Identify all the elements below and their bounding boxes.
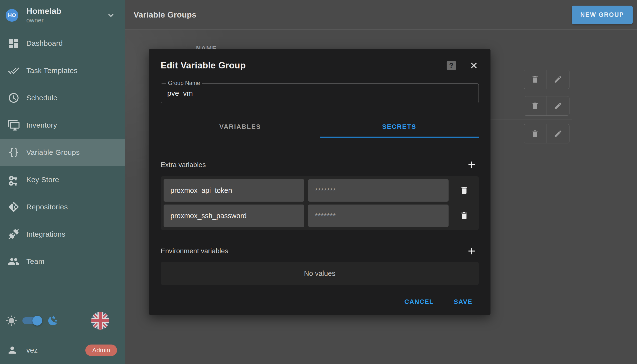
table-row-actions (524, 96, 569, 116)
trash-icon (531, 102, 539, 110)
delete-group-button[interactable] (524, 96, 547, 116)
dashboard-icon (8, 38, 20, 49)
secret-variable-row (164, 204, 476, 227)
uk-flag-icon[interactable] (91, 312, 109, 330)
project-name: Homelab (26, 6, 61, 16)
check-all-icon (8, 65, 20, 76)
edit-group-button[interactable] (547, 124, 569, 143)
pencil-icon (554, 129, 562, 138)
chevron-down-icon[interactable] (106, 10, 116, 20)
topbar: Variable Groups NEW GROUP (125, 0, 637, 30)
dialog-title: Edit Variable Group (161, 60, 246, 70)
project-role: owner (26, 16, 61, 24)
cancel-button[interactable]: CANCEL (398, 294, 440, 309)
app-root: HO Homelab owner Dashboard Task Template… (0, 0, 637, 364)
trash-icon (460, 186, 469, 195)
page-title: Variable Groups (134, 10, 196, 20)
pencil-icon (554, 102, 562, 110)
add-extra-variable-button[interactable] (466, 159, 477, 170)
variable-value-input[interactable] (308, 179, 449, 202)
delete-variable-button[interactable] (453, 179, 476, 202)
sidebar-item-integrations[interactable]: Integrations (0, 220, 125, 248)
theme-row (0, 312, 125, 330)
trash-icon (460, 211, 469, 220)
plus-icon (466, 246, 477, 257)
edit-group-button[interactable] (547, 96, 569, 116)
plus-icon (466, 159, 477, 170)
help-button[interactable]: ? (447, 61, 456, 70)
monitor-multiple-icon (8, 119, 20, 131)
environment-variables-label: Environment variables (161, 247, 228, 255)
user-name: vez (26, 346, 38, 354)
sidebar-item-team[interactable]: Team (0, 248, 125, 275)
git-icon (8, 201, 20, 213)
pencil-icon (554, 75, 562, 84)
variable-value-input[interactable] (308, 204, 449, 227)
keys-icon (8, 174, 20, 186)
team-icon (8, 256, 20, 267)
edit-variable-group-dialog: Edit Variable Group ? Group Name VARIABL… (149, 49, 491, 315)
delete-variable-button[interactable] (453, 204, 476, 227)
sidebar-item-schedule[interactable]: Schedule (0, 84, 125, 112)
sidebar-item-key-store[interactable]: Key Store (0, 166, 125, 193)
project-avatar: HO (6, 9, 18, 22)
variable-name-input[interactable] (164, 204, 304, 227)
extra-variables-label: Extra variables (161, 161, 206, 169)
sidebar-item-task-templates[interactable]: Task Templates (0, 57, 125, 84)
sidebar-menu: Dashboard Task Templates Schedule Invent… (0, 30, 125, 275)
project-switcher[interactable]: HO Homelab owner (0, 6, 125, 24)
sidebar-item-repositories[interactable]: Repositories (0, 193, 125, 220)
group-name-input[interactable] (161, 84, 479, 103)
connection-icon (8, 228, 20, 240)
dialog-tabs: VARIABLES SECRETS (161, 116, 479, 137)
sun-icon (6, 315, 17, 326)
delete-group-button[interactable] (524, 124, 547, 143)
close-button[interactable] (469, 61, 479, 70)
user-row[interactable]: vez Admin (0, 341, 125, 360)
group-name-field: Group Name (161, 83, 479, 103)
trash-icon (531, 75, 539, 84)
sidebar-item-dashboard[interactable]: Dashboard (0, 30, 125, 57)
tab-secrets[interactable]: SECRETS (320, 116, 479, 137)
code-braces-icon (8, 146, 20, 158)
trash-icon (531, 129, 539, 138)
extra-variables-list (161, 176, 479, 230)
admin-badge: Admin (85, 344, 117, 356)
clock-icon (8, 92, 20, 104)
edit-group-button[interactable] (547, 70, 569, 89)
sidebar-item-variable-groups[interactable]: Variable Groups (0, 139, 125, 166)
theme-toggle[interactable] (23, 317, 42, 324)
active-tab-indicator (320, 136, 479, 138)
sidebar: HO Homelab owner Dashboard Task Template… (0, 0, 125, 364)
table-row-actions (524, 70, 569, 89)
variable-name-input[interactable] (164, 179, 304, 202)
tab-variables[interactable]: VARIABLES (161, 116, 320, 137)
table-row-actions (524, 124, 569, 144)
environment-variables-empty: No values (161, 262, 479, 285)
moon-icon (47, 315, 59, 326)
secret-variable-row (164, 179, 476, 202)
new-group-button[interactable]: NEW GROUP (572, 6, 632, 24)
close-icon (469, 61, 479, 70)
add-environment-variable-button[interactable] (466, 246, 477, 257)
group-name-label: Group Name (166, 80, 202, 86)
save-button[interactable]: SAVE (448, 294, 478, 309)
sidebar-item-inventory[interactable]: Inventory (0, 112, 125, 139)
delete-group-button[interactable] (524, 70, 547, 89)
account-icon (7, 345, 18, 356)
